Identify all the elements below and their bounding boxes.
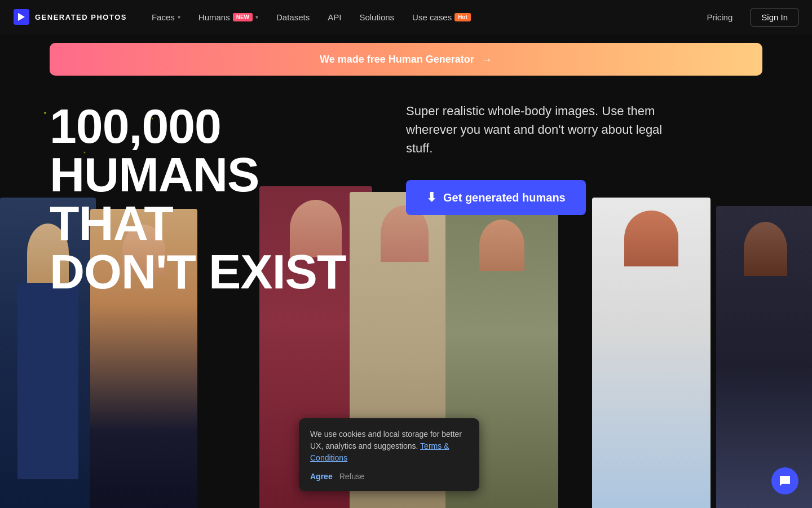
agree-button[interactable]: Agree (310, 472, 333, 481)
banner-text: We made free Human Generator → (320, 53, 492, 66)
hero-title: 100,000 HUMANS THAT DON'T EXIST (50, 102, 377, 296)
cta-button[interactable]: ⬇ Get generated humans (406, 180, 586, 215)
cookie-banner: We use cookies and local storage for bet… (299, 418, 479, 491)
logo-icon (14, 9, 29, 25)
nav-item-api[interactable]: API (321, 9, 348, 25)
navbar: GENERATED PHOTOS Faces ▾ Humans New ▾ Da… (0, 0, 812, 34)
svg-marker-0 (18, 13, 25, 21)
nav-right: Pricing Sign In (700, 8, 798, 27)
nav-item-use-cases[interactable]: Use cases Hot (405, 9, 478, 25)
chat-button[interactable] (771, 467, 798, 494)
chevron-down-icon: ▾ (255, 14, 258, 20)
banner-arrow-icon: → (481, 53, 492, 66)
cookie-actions: Agree Refuse (310, 472, 468, 481)
refuse-button[interactable]: Refuse (339, 472, 364, 481)
hero-content: 100,000 HUMANS THAT DON'T EXIST (50, 102, 377, 296)
nav-item-humans[interactable]: Humans New ▾ (192, 9, 265, 25)
hero-right-content: Super realistic whole-body images. Use t… (406, 102, 688, 215)
download-icon: ⬇ (426, 190, 436, 205)
nav-item-solutions[interactable]: Solutions (352, 9, 401, 25)
promo-banner[interactable]: We made free Human Generator → (50, 43, 762, 76)
pricing-link[interactable]: Pricing (700, 9, 739, 25)
nav-item-datasets[interactable]: Datasets (270, 9, 316, 25)
new-badge: New (233, 13, 253, 21)
nav-links: Faces ▾ Humans New ▾ Datasets API Soluti… (145, 9, 700, 25)
nav-item-faces[interactable]: Faces ▾ (145, 9, 187, 25)
logo[interactable]: GENERATED PHOTOS (14, 9, 127, 25)
cookie-text: We use cookies and local storage for bet… (310, 428, 468, 464)
hero-section: 100,000 HUMANS THAT DON'T EXIST Super re… (0, 85, 812, 508)
hero-description: Super realistic whole-body images. Use t… (406, 102, 688, 157)
chevron-down-icon: ▾ (178, 14, 180, 20)
signin-button[interactable]: Sign In (751, 8, 798, 27)
logo-text: GENERATED PHOTOS (35, 13, 127, 21)
hot-badge: Hot (454, 13, 471, 21)
